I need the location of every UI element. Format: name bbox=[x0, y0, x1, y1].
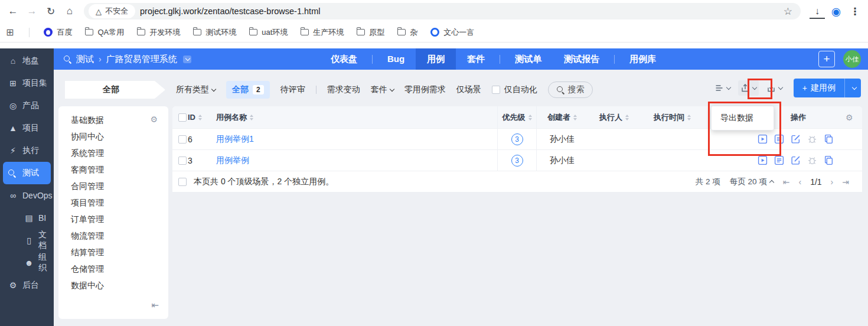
bookmark-item[interactable]: 开发环境 bbox=[137, 27, 180, 38]
sidebar-item[interactable]: ◎ 产品 bbox=[0, 94, 54, 117]
sidebar-item[interactable]: ⊞ 项目集 bbox=[0, 72, 54, 94]
sidebar-item[interactable]: 测试 bbox=[3, 162, 51, 184]
reload-icon[interactable]: ↻ bbox=[41, 2, 60, 21]
bookmark-item[interactable]: uat环境 bbox=[249, 27, 288, 38]
module-tree-item[interactable]: 系统管理 bbox=[71, 145, 168, 161]
sidebar-item[interactable]: ▤ BI bbox=[0, 207, 54, 229]
copy-case-icon[interactable] bbox=[824, 134, 834, 144]
filter-pill[interactable]: 待评审 bbox=[280, 84, 305, 95]
column-header-exec-time[interactable]: 执行时间 bbox=[641, 112, 704, 123]
results-icon[interactable] bbox=[774, 155, 784, 165]
bug-icon[interactable] bbox=[807, 155, 817, 165]
bookmark-item[interactable]: 杂 bbox=[397, 27, 417, 38]
nav-tab[interactable]: 仪表盘 bbox=[319, 48, 368, 70]
nav-tab[interactable]: 测试报告 bbox=[553, 48, 611, 70]
sidebar-item[interactable]: ☻ 组织 bbox=[0, 252, 54, 274]
run-case-icon[interactable] bbox=[758, 134, 768, 144]
avatar[interactable]: 小佳 bbox=[843, 50, 861, 68]
row-checkbox[interactable] bbox=[178, 157, 187, 165]
row-checkbox[interactable] bbox=[178, 135, 187, 144]
downloads-icon[interactable]: ↓ bbox=[808, 2, 827, 21]
url-bar[interactable]: △ 不安全 project.glkj.work/zentao/testcase-… bbox=[84, 3, 801, 19]
export-button[interactable] bbox=[738, 80, 759, 96]
filter-pill[interactable]: 仅场景 bbox=[456, 84, 481, 95]
last-page-icon[interactable]: ⇥ bbox=[842, 177, 849, 187]
global-add-button[interactable]: + bbox=[818, 51, 835, 67]
column-header-priority[interactable]: 优先级 bbox=[497, 106, 537, 128]
next-page-icon[interactable]: › bbox=[831, 177, 834, 187]
module-tree-item[interactable]: 协同中心 bbox=[71, 128, 168, 145]
edit-case-icon[interactable] bbox=[791, 155, 801, 165]
filter-pill[interactable]: 全部 2 bbox=[226, 81, 270, 99]
copy-case-icon[interactable] bbox=[824, 155, 834, 165]
create-case-caret[interactable] bbox=[844, 79, 861, 97]
bookmark-item[interactable]: 生产环境 bbox=[301, 27, 344, 38]
bookmark-star-icon[interactable]: ☆ bbox=[779, 5, 797, 18]
column-header-id[interactable]: ID bbox=[188, 113, 216, 122]
security-chip[interactable]: △ 不安全 bbox=[89, 4, 135, 18]
run-case-icon[interactable] bbox=[758, 155, 768, 165]
search-button[interactable]: 搜索 bbox=[548, 82, 593, 98]
filter-pill[interactable]: 零用例需求 bbox=[404, 84, 446, 95]
bookmark-item[interactable]: 百度 bbox=[44, 27, 72, 38]
sidebar-item[interactable]: ▲ 项目 bbox=[0, 117, 54, 139]
module-settings-gear-icon[interactable]: ⚙ bbox=[150, 115, 158, 124]
module-tree-item[interactable]: 合同管理 bbox=[71, 178, 168, 194]
nav-tab[interactable]: Bug bbox=[376, 48, 416, 70]
module-tree-item[interactable]: 数据中心 bbox=[71, 277, 168, 294]
case-name-link[interactable]: 用例举例 bbox=[216, 155, 249, 166]
module-tree-item[interactable]: 仓储管理 bbox=[71, 260, 168, 277]
bookmark-item[interactable]: QA常用 bbox=[85, 27, 124, 38]
breadcrumb-app[interactable]: 测试 bbox=[76, 54, 94, 65]
profile-icon[interactable]: ◉ bbox=[827, 2, 846, 21]
nav-tab[interactable]: 测试单 bbox=[504, 48, 553, 70]
edit-case-icon[interactable] bbox=[791, 134, 801, 144]
menu-icon[interactable]: ⋮ bbox=[846, 2, 864, 21]
sidebar-item[interactable]: ⌂ 地盘 bbox=[0, 50, 54, 72]
nav-tab[interactable]: 用例库 bbox=[618, 48, 667, 70]
prev-page-icon[interactable]: ‹ bbox=[798, 177, 801, 187]
nav-tab[interactable]: 用例 bbox=[416, 48, 456, 70]
column-header-creator[interactable]: 创建者 bbox=[537, 112, 588, 123]
module-tree-item[interactable]: 物流管理 bbox=[71, 227, 168, 244]
filter-pill[interactable]: 需求变动 bbox=[327, 84, 360, 95]
bookmark-item[interactable]: 文心一言 bbox=[430, 27, 474, 38]
footer-checkbox[interactable] bbox=[178, 178, 187, 186]
module-tree-item[interactable]: 结算管理 bbox=[71, 244, 168, 260]
browser-home-icon[interactable]: ⌂ bbox=[60, 2, 79, 21]
back-icon[interactable]: ← bbox=[4, 2, 22, 21]
sidebar-item[interactable]: ∞ DevOps bbox=[0, 184, 54, 207]
forward-icon[interactable]: → bbox=[22, 2, 41, 21]
table-settings-gear-icon[interactable]: ⚙ bbox=[846, 113, 853, 122]
scope-ribbon[interactable]: 全部 bbox=[65, 81, 165, 99]
dropdown-menu-item[interactable]: 导出数据 bbox=[712, 107, 774, 129]
bookmark-item[interactable]: 测试环境 bbox=[193, 27, 236, 38]
column-header-name[interactable]: 用例名称 bbox=[216, 112, 497, 123]
project-switcher[interactable] bbox=[183, 56, 191, 63]
collapse-sidebar-icon[interactable]: ⇤ bbox=[151, 300, 159, 311]
sidebar-item[interactable]: ⚙ 后台 bbox=[0, 274, 54, 296]
results-icon[interactable] bbox=[774, 134, 784, 144]
checkbox[interactable] bbox=[492, 86, 500, 94]
per-page-selector[interactable]: 每页 20 项 bbox=[730, 177, 774, 187]
select-all-checkbox[interactable] bbox=[178, 113, 187, 122]
first-page-icon[interactable]: ⇤ bbox=[783, 177, 790, 187]
bug-icon[interactable] bbox=[807, 134, 817, 144]
module-tree-item[interactable]: 客商管理 bbox=[71, 161, 168, 178]
display-mode-button[interactable] bbox=[712, 80, 733, 96]
module-tree-item[interactable]: 项目管理 bbox=[71, 194, 168, 211]
filter-pill[interactable]: 套件 bbox=[371, 84, 394, 95]
apps-icon[interactable]: ⊞ bbox=[6, 27, 14, 38]
column-header-executor[interactable]: 执行人 bbox=[588, 112, 641, 123]
case-name-link[interactable]: 用例举例1 bbox=[216, 134, 254, 145]
nav-tab[interactable]: 套件 bbox=[456, 48, 496, 70]
sidebar-item[interactable]: ▯ 文档 bbox=[0, 229, 54, 252]
type-dropdown[interactable]: 所有类型 bbox=[176, 84, 216, 95]
create-case-button[interactable]: + 建用例 bbox=[794, 79, 844, 97]
filter-pill[interactable]: 仅自动化 bbox=[492, 84, 537, 95]
breadcrumb-project[interactable]: 广路贸易管理系统 bbox=[106, 54, 177, 65]
import-button[interactable] bbox=[764, 80, 785, 96]
url-text[interactable]: project.glkj.work/zentao/testcase-browse… bbox=[140, 6, 774, 16]
sidebar-item[interactable]: ⚡ 执行 bbox=[0, 139, 54, 162]
bookmark-item[interactable]: 原型 bbox=[357, 27, 384, 38]
